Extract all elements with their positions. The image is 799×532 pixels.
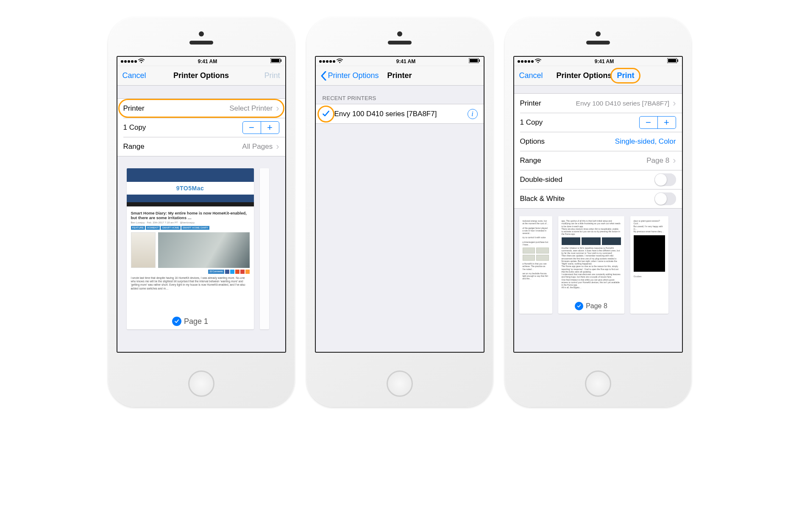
article-tags: FEATUREHOMEKITSMART HOMESMART HOME DIARY <box>131 226 250 230</box>
home-button[interactable] <box>387 370 413 397</box>
svg-rect-1 <box>281 59 281 62</box>
nav-title: Printer <box>387 71 412 80</box>
status-time: 9:41 AM <box>396 58 416 64</box>
signal-strength-icon <box>121 60 137 63</box>
printer-row[interactable]: Printer Envy 100 D410 series [7BA8F7] › <box>514 94 682 113</box>
share-bar: 22 Comments <box>131 270 250 274</box>
options-row[interactable]: Options Single-sided, Color <box>520 132 682 151</box>
back-button[interactable]: Printer Options <box>316 66 384 85</box>
content: Printer Envy 100 D410 series [7BA8F7] › … <box>514 86 682 352</box>
page-selection-caption[interactable]: Page 8 <box>558 302 624 310</box>
copies-label: 1 Copy <box>520 118 543 127</box>
print-button[interactable]: Print <box>612 66 640 85</box>
copies-stepper[interactable]: − + <box>639 116 676 129</box>
svg-rect-4 <box>479 59 480 62</box>
decrement-button[interactable]: − <box>640 117 657 128</box>
double-sided-row: Double-sided <box>520 170 682 189</box>
options-label: Options <box>520 137 545 146</box>
signal-strength-icon <box>518 60 534 63</box>
chevron-left-icon <box>321 71 326 81</box>
range-label: Range <box>123 142 145 151</box>
nav-bar: Printer Options Printer <box>316 66 484 86</box>
screen: 9:41 AM Cancel Printer Options Print Pri… <box>513 56 683 353</box>
svg-rect-7 <box>677 59 678 62</box>
iphone-mockup: 9:41 AM Printer Options Printer RECENT P… <box>306 17 493 407</box>
page-thumbnail[interactable]: app. The upshot of all this is that both… <box>558 216 624 314</box>
chevron-right-icon: › <box>673 156 676 165</box>
page-preview-area[interactable]: reduced energy costs, but at the moment … <box>514 209 682 352</box>
wifi-icon <box>138 58 145 64</box>
nav-bar: Cancel Printer Options Print <box>117 66 285 86</box>
screen: 9:41 AM Printer Options Printer RECENT P… <box>315 56 484 353</box>
printer-label: Printer <box>123 104 145 113</box>
iphone-mockup: 9:41 AM Cancel Printer Options Print Pri… <box>108 17 295 407</box>
page-number-label: Page 1 <box>184 317 208 326</box>
chevron-right-icon: › <box>673 99 676 108</box>
checkmark-icon <box>322 110 330 118</box>
status-time: 9:41 AM <box>595 58 614 64</box>
nav-title: Printer Options <box>556 71 612 80</box>
battery-icon <box>270 58 281 64</box>
increment-button[interactable]: + <box>657 117 676 128</box>
screen: 9:41 AM Cancel Printer Options Print Pri… <box>117 56 286 353</box>
increment-button[interactable]: + <box>261 122 279 134</box>
chevron-right-icon: › <box>276 142 279 151</box>
thumb-site-header <box>127 168 254 182</box>
signal-strength-icon <box>319 60 335 63</box>
printer-label: Printer <box>520 99 541 108</box>
article-byline: Ben Lovejoy · Feb. 20th 2017 7:18 am PT … <box>131 221 250 224</box>
article-photos <box>131 232 250 268</box>
bw-label: Black & White <box>520 195 565 203</box>
thumb-site-logo: 9TO5Mac <box>127 182 254 195</box>
print-settings-group: Printer Select Printer › 1 Copy − + Rang… <box>117 98 285 156</box>
status-bar: 9:41 AM <box>117 57 285 66</box>
home-button[interactable] <box>188 370 214 397</box>
page-preview-area[interactable]: 9TO5Mac Smart Home Diary: My entire home… <box>117 156 285 352</box>
double-sided-label: Double-sided <box>520 175 562 184</box>
copies-stepper[interactable]: − + <box>242 121 279 134</box>
double-sided-toggle[interactable] <box>654 173 676 186</box>
page-thumbnail-next[interactable] <box>260 168 269 329</box>
page-selection-caption[interactable]: Page 1 <box>127 317 254 326</box>
status-bar: 9:41 AM <box>316 57 484 66</box>
chevron-right-icon: › <box>276 104 279 113</box>
range-label: Range <box>520 156 541 165</box>
wifi-icon <box>535 58 541 64</box>
svg-rect-5 <box>470 59 478 62</box>
media-placeholder <box>634 235 665 272</box>
printer-value: Select Printer <box>229 104 273 113</box>
bw-row: Black & White <box>520 189 682 208</box>
article-title: Smart Home Diary: My entire home is now … <box>131 211 250 220</box>
cancel-button[interactable]: Cancel <box>117 66 151 85</box>
info-icon[interactable]: i <box>468 109 478 119</box>
content: Printer Select Printer › 1 Copy − + Rang… <box>117 86 285 352</box>
page-thumbnail-prev[interactable]: reduced energy costs, but at the moment … <box>519 216 552 314</box>
article-paragraph: I wrote last time that despite having 16… <box>131 276 250 290</box>
svg-rect-8 <box>668 59 676 62</box>
page-thumbnail-next[interactable]: days to grant guest access? Coul… But ov… <box>630 216 668 314</box>
print-button: Print <box>259 66 285 85</box>
range-value: Page 8 <box>646 156 669 165</box>
printer-list-group: Envy 100 D410 series [7BA8F7] i <box>316 104 484 124</box>
status-bar: 9:41 AM <box>514 57 682 66</box>
thumb-strip <box>127 202 254 206</box>
range-value: All Pages <box>242 142 273 151</box>
page-thumbnail[interactable]: 9TO5Mac Smart Home Diary: My entire home… <box>127 168 254 329</box>
copies-row: 1 Copy − + <box>123 118 285 137</box>
battery-icon <box>469 58 480 64</box>
printer-list-item[interactable]: Envy 100 D410 series [7BA8F7] i <box>316 104 484 123</box>
checkmark-icon <box>575 302 583 310</box>
home-button[interactable] <box>585 370 611 397</box>
bw-toggle[interactable] <box>654 192 676 205</box>
thumb-banner <box>127 195 254 202</box>
iphone-mockup: 9:41 AM Cancel Printer Options Print Pri… <box>505 17 691 407</box>
status-time: 9:41 AM <box>198 58 217 64</box>
copies-label: 1 Copy <box>123 123 146 132</box>
printer-row[interactable]: Printer Select Printer › <box>117 99 285 118</box>
range-row[interactable]: Range All Pages › <box>123 137 285 156</box>
nav-title: Printer Options <box>173 71 229 80</box>
cancel-button[interactable]: Cancel <box>514 66 548 85</box>
svg-rect-2 <box>271 59 279 62</box>
range-row[interactable]: Range Page 8 › <box>520 151 682 170</box>
decrement-button[interactable]: − <box>243 122 261 134</box>
